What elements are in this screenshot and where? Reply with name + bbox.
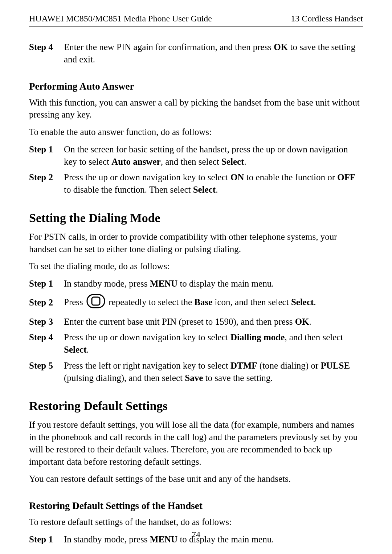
paragraph: You can restore default settings of the … — [29, 473, 363, 485]
bold: OK — [274, 42, 288, 52]
step-row: Step 1 On the screen for basic setting o… — [29, 143, 363, 168]
paragraph: To set the dialing mode, do as follows: — [29, 260, 363, 272]
subheading-restore-handset: Restoring Default Settings of the Handse… — [29, 500, 363, 512]
step-label: Step 1 — [29, 278, 64, 290]
text: (pulsing dialing), and then select — [64, 373, 185, 383]
step-label: Step 2 — [29, 171, 64, 196]
header-right: 13 Cordless Handset — [291, 14, 363, 24]
step-body: In standby mode, press MENU to display t… — [64, 278, 363, 290]
paragraph: With this function, you can answer a cal… — [29, 97, 363, 121]
text: . — [216, 185, 218, 194]
bold: MENU — [150, 279, 177, 288]
bold: Select — [291, 297, 314, 307]
step-row: Step 2 Press repeatedly to select the Ba… — [29, 294, 363, 312]
text: Press — [64, 297, 85, 307]
bold: Base — [194, 297, 212, 307]
heading-restore-defaults: Restoring Default Settings — [29, 399, 363, 413]
step-label: Step 4 — [29, 331, 64, 356]
text: repeatedly to select the — [109, 297, 194, 307]
running-header: HUAWEI MC850/MC851 Media Phone User Guid… — [29, 14, 363, 26]
text: In standby mode, press — [64, 279, 150, 288]
bold: PULSE — [320, 361, 350, 370]
step-body: Enter the new PIN again for confirmation… — [64, 41, 363, 66]
text: to disable the function. Then select — [64, 185, 193, 194]
paragraph: For PSTN calls, in order to provide comp… — [29, 231, 363, 255]
paragraph: To enable the auto answer function, do a… — [29, 126, 363, 138]
svg-rect-1 — [92, 297, 100, 305]
text: . — [244, 157, 246, 167]
text: Press the up or down navigation key to s… — [64, 172, 230, 182]
step-body: Press the up or down navigation key to s… — [64, 331, 363, 356]
bold: Dialling mode — [230, 332, 285, 342]
bold: Select — [64, 345, 86, 354]
step-row: Step 1 In standby mode, press MENU to di… — [29, 278, 363, 290]
step-label: Step 2 — [29, 296, 64, 309]
step-row: Step 2 Press the up or down navigation k… — [29, 171, 363, 196]
bold: OK — [295, 317, 309, 327]
text: . — [309, 317, 311, 327]
step-body: Press repeatedly to select the Base icon… — [64, 294, 363, 312]
bold: DTMF — [230, 361, 257, 370]
bold: Save — [185, 373, 203, 383]
header-left: HUAWEI MC850/MC851 Media Phone User Guid… — [29, 14, 212, 24]
text: Press the left or right navigation key t… — [64, 361, 230, 370]
text: (tone dialing) or — [257, 361, 321, 370]
heading-dialing-mode: Setting the Dialing Mode — [29, 211, 363, 225]
step-label: Step 4 — [29, 41, 64, 66]
bold: Select — [221, 157, 244, 167]
step-label: Step 3 — [29, 316, 64, 328]
subheading-auto-answer: Performing Auto Answer — [29, 81, 363, 92]
step-row: Step 4 Press the up or down navigation k… — [29, 331, 363, 356]
step-body: On the screen for basic setting of the h… — [64, 143, 363, 168]
text: , and then select — [161, 157, 221, 167]
text: , and then select — [285, 332, 343, 342]
text: Press the up or down navigation key to s… — [64, 332, 230, 342]
step-body: Press the up or down navigation key to s… — [64, 171, 363, 196]
bold: Select — [193, 185, 216, 194]
page-number: 74 — [0, 530, 392, 539]
step-row: Step 5 Press the left or right navigatio… — [29, 360, 363, 384]
bold: OFF — [337, 172, 355, 182]
paragraph: If you restore default settings, you wil… — [29, 419, 363, 468]
step-row: Step 4 Enter the new PIN again for confi… — [29, 41, 363, 66]
svg-rect-0 — [87, 295, 105, 308]
text: . — [86, 345, 89, 354]
step-label: Step 1 — [29, 143, 64, 168]
text: icon, and then select — [212, 297, 291, 307]
step-body: Press the left or right navigation key t… — [64, 360, 363, 384]
bold: ON — [230, 172, 244, 182]
text: . — [314, 297, 316, 307]
step-label: Step 5 — [29, 360, 64, 384]
step-row: Step 3 Enter the current base unit PIN (… — [29, 316, 363, 328]
text: Enter the current base unit PIN (preset … — [64, 317, 295, 327]
step-body: Enter the current base unit PIN (preset … — [64, 316, 363, 328]
text: to enable the function or — [244, 172, 337, 182]
paragraph: To restore default settings of the hands… — [29, 516, 363, 528]
bold: Auto answer — [111, 157, 160, 167]
document-page: HUAWEI MC850/MC851 Media Phone User Guid… — [0, 0, 392, 554]
text: to display the main menu. — [177, 279, 274, 288]
nav-key-icon — [86, 294, 106, 312]
text: Enter the new PIN again for confirmation… — [64, 42, 274, 52]
text: to save the setting. — [203, 373, 273, 383]
